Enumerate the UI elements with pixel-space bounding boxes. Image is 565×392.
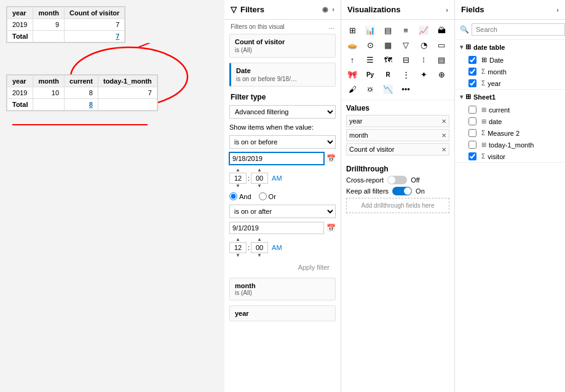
time1-hour-down[interactable]: ▼ bbox=[235, 184, 240, 189]
search-input[interactable] bbox=[472, 23, 565, 36]
viz-icon-line[interactable]: 📈 bbox=[416, 23, 431, 37]
fields-expand-icon[interactable]: › bbox=[556, 6, 559, 14]
viz-icon-custom2[interactable]: ⊕ bbox=[434, 68, 449, 81]
filter-condition1-select[interactable]: is on or before bbox=[229, 135, 336, 149]
t2-month: 10 bbox=[33, 87, 65, 99]
field-today1-check[interactable] bbox=[468, 141, 476, 149]
viz-icon-custom1[interactable]: ✦ bbox=[416, 68, 431, 81]
field-date-label: Date bbox=[489, 57, 504, 64]
viz-icon-more[interactable]: ••• bbox=[398, 82, 413, 96]
logic-or-radio[interactable] bbox=[259, 192, 267, 200]
viz-icon-stacked-bar[interactable]: ▤ bbox=[381, 23, 395, 37]
calendar1-icon[interactable]: 📅 bbox=[326, 154, 336, 163]
values-year-remove[interactable]: ✕ bbox=[441, 118, 446, 125]
time2-hour-up[interactable]: ▲ bbox=[235, 237, 240, 242]
keep-filters-knob bbox=[404, 187, 411, 195]
field-measure2-check[interactable] bbox=[468, 129, 476, 137]
field-date-check[interactable] bbox=[468, 56, 476, 64]
add-drillthrough-area[interactable]: Add drillthrough fields here bbox=[346, 198, 449, 213]
fields-panel: Fields › 🔍 ▾ ⊞ date table ⊞ Date Σ month… bbox=[455, 0, 565, 392]
viz-icon-donut[interactable]: ⊙ bbox=[363, 38, 377, 52]
count-filter-card[interactable]: Count of visitor is (All) bbox=[229, 34, 336, 58]
filter-funnel-icon: ▽ bbox=[231, 5, 237, 14]
viz-icon-pie[interactable]: 🥧 bbox=[345, 38, 360, 52]
filter-eye-icon[interactable]: ◉ bbox=[322, 6, 328, 14]
viz-icon-matrix[interactable]: ⊟ bbox=[398, 53, 413, 66]
time2-hour-down[interactable]: ▼ bbox=[235, 253, 240, 258]
viz-icon-ribbon[interactable]: 🎀 bbox=[345, 68, 360, 81]
table2-col-year: year bbox=[7, 76, 33, 87]
keep-filters-toggle[interactable] bbox=[392, 187, 412, 195]
date2-input[interactable] bbox=[229, 222, 324, 234]
t2-year: 2019 bbox=[7, 87, 33, 99]
field-current-item: ⊞ current bbox=[455, 104, 565, 116]
filters-more-icon[interactable]: … bbox=[328, 23, 334, 30]
field-date2-check[interactable] bbox=[468, 117, 476, 125]
viz-icon-paint[interactable]: 🖌 bbox=[345, 82, 360, 96]
field-today1-label: today-1_month bbox=[489, 141, 534, 149]
field-visitor-label: visitor bbox=[488, 153, 505, 160]
values-count-remove[interactable]: ✕ bbox=[441, 146, 446, 153]
viz-icon-waterfall[interactable]: ▤ bbox=[434, 53, 449, 66]
time2-min-up[interactable]: ▲ bbox=[257, 237, 262, 242]
calendar2-icon[interactable]: 📅 bbox=[326, 224, 336, 232]
logic-or-label[interactable]: Or bbox=[259, 192, 276, 200]
table2-container: year month current today-1_month 2019 10… bbox=[6, 74, 158, 111]
time1-min-up[interactable]: ▲ bbox=[257, 168, 262, 173]
logic-and-label[interactable]: And bbox=[229, 192, 251, 200]
values-count-label: Count of visitor bbox=[349, 146, 394, 153]
filter-expand-icon[interactable]: › bbox=[332, 6, 334, 14]
field-current-label: current bbox=[489, 106, 510, 114]
field-year-check[interactable] bbox=[468, 79, 476, 87]
time2-min-down[interactable]: ▼ bbox=[257, 253, 262, 258]
viz-icon-area[interactable]: 🏔 bbox=[434, 23, 449, 37]
viz-icon-treemap[interactable]: ▦ bbox=[381, 38, 395, 52]
viz-icon-table[interactable]: ⊞ bbox=[345, 23, 360, 37]
t2-total-today1 bbox=[98, 99, 157, 111]
svg-line-1 bbox=[138, 43, 157, 47]
drillthrough-section: Drillthrough Cross-report Off Keep all f… bbox=[341, 161, 454, 217]
time1-min-down[interactable]: ▼ bbox=[257, 184, 262, 189]
time2-ampm[interactable]: AM bbox=[272, 244, 282, 251]
viz-icon-scatter[interactable]: ⁝ bbox=[416, 53, 431, 66]
viz-icon-card[interactable]: ▭ bbox=[434, 38, 449, 52]
viz-icon-clustered-bar[interactable]: ≡ bbox=[398, 23, 413, 37]
viz-icon-gauge[interactable]: ◔ bbox=[416, 38, 431, 52]
field-month-check[interactable] bbox=[468, 68, 476, 76]
viz-expand-icon[interactable]: › bbox=[446, 6, 448, 14]
filter-type-select[interactable]: Advanced filtering bbox=[229, 105, 336, 119]
viz-icon-map[interactable]: 🗺 bbox=[381, 53, 395, 66]
viz-icon-decomp[interactable]: ⋮ bbox=[398, 68, 413, 81]
time1-ampm[interactable]: AM bbox=[272, 174, 282, 182]
cross-report-knob bbox=[388, 176, 395, 184]
year-filter-name: year bbox=[235, 310, 330, 317]
viz-icon-r[interactable]: R bbox=[381, 68, 395, 81]
viz-icon-slicer[interactable]: ☰ bbox=[363, 53, 377, 66]
date-table-header[interactable]: ▾ ⊞ date table bbox=[455, 40, 565, 54]
field-today1-icon: ⊞ bbox=[481, 141, 486, 148]
filter-condition2-select[interactable]: is on or after bbox=[229, 205, 336, 218]
date1-input[interactable] bbox=[229, 152, 324, 165]
viz-icon-python[interactable]: Py bbox=[363, 68, 377, 81]
date-filter-name: Date bbox=[236, 67, 330, 74]
date-filter-card[interactable]: Date is on or before 9/18/… bbox=[229, 63, 336, 87]
viz-icon-kpi[interactable]: ↑ bbox=[345, 53, 360, 66]
values-title: Values bbox=[346, 104, 449, 112]
field-current-check[interactable] bbox=[468, 106, 476, 114]
cross-report-toggle[interactable] bbox=[387, 176, 407, 184]
apply-filter-button[interactable]: Apply filter bbox=[292, 262, 336, 273]
viz-icon-funnel[interactable]: ▽ bbox=[398, 38, 413, 52]
viz-icon-format[interactable]: ⛭ bbox=[363, 82, 377, 96]
time1-hour-up[interactable]: ▲ bbox=[235, 168, 240, 173]
field-visitor-check[interactable] bbox=[468, 152, 476, 160]
date-filter-value: is on or before 9/18/… bbox=[236, 76, 330, 82]
t1-total-blank bbox=[33, 31, 65, 42]
viz-icon-analytics[interactable]: 📉 bbox=[381, 82, 395, 96]
values-month-remove[interactable]: ✕ bbox=[441, 132, 446, 139]
sheet1-group: ▾ ⊞ Sheet1 ⊞ current ⊞ date Σ Measure 2 … bbox=[455, 90, 565, 163]
logic-and-radio[interactable] bbox=[229, 192, 237, 200]
viz-icon-bar[interactable]: 📊 bbox=[363, 23, 377, 37]
month-filter-card[interactable]: month is (All) bbox=[229, 278, 336, 300]
year-filter-card[interactable]: year bbox=[229, 305, 336, 321]
sheet1-header[interactable]: ▾ ⊞ Sheet1 bbox=[455, 90, 565, 104]
